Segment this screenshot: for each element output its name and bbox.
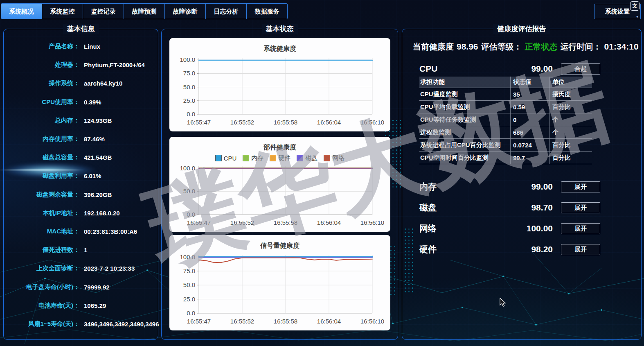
settings-label: 系统设置 [605, 8, 630, 16]
info-row: 上次全面诊断：2023-7-2 10:23:33 [4, 259, 158, 278]
info-label: 产品名称： [4, 43, 79, 50]
chart-legend: CPU内存硬件磁盘网络 [169, 153, 390, 163]
component-name: 硬件 [419, 244, 508, 255]
tab-故障诊断[interactable]: 故障诊断 [165, 4, 206, 19]
table-cell: CPU空闲时间百分比监测 [419, 152, 510, 164]
svg-text:50.0: 50.0 [183, 281, 195, 288]
info-row: CPU使用率：0.39% [4, 93, 158, 111]
svg-text:16:55:47: 16:55:47 [187, 119, 211, 126]
info-value: aarch64.ky10 [84, 80, 122, 87]
table-cell: 个 [549, 126, 592, 138]
component-row-cpu: CPU 99.00 合起 [402, 62, 641, 75]
health-summary: 当前健康度 98.96 评估等级： 正常状态 运行时间： 01:34:10 [413, 41, 635, 52]
table-cell: 摄氏度 [549, 88, 592, 100]
chart-title: 部件健康度 [169, 137, 390, 153]
legend-item-CPU: CPU [215, 155, 237, 162]
component-row-网络: 网络100.00展开 [402, 222, 641, 235]
svg-text:16:55:52: 16:55:52 [230, 318, 254, 325]
legend-item-网络: 网络 [324, 154, 345, 162]
info-value: 421.54GB [84, 154, 112, 161]
component-name: 网络 [419, 223, 508, 234]
svg-text:50.0: 50.0 [183, 188, 195, 194]
grade-label: 评估等级： [481, 41, 522, 52]
chart-title: 信号量健康度 [169, 235, 390, 251]
table-cell: 0.0724 [510, 139, 549, 151]
info-value: 0.39% [84, 99, 101, 106]
info-value: 1065.29 [84, 302, 106, 309]
info-row: 磁盘利用率：6.01% [4, 167, 158, 185]
basic-info-panel: 基本信息 产品名称：Linux处理器：Phytium,FT-2000+/64操作… [3, 29, 158, 340]
svg-text:50.0: 50.0 [183, 84, 195, 90]
translate-icon[interactable]: 文 [630, 1, 639, 11]
expand-button[interactable]: 展开 [561, 223, 600, 234]
legend-swatch [324, 155, 330, 161]
info-value: 1 [84, 246, 87, 253]
table-row: CPU平均负载监测0.59百分比 [419, 101, 592, 113]
expand-button[interactable]: 展开 [561, 244, 600, 255]
info-row: 磁盘总容量：421.54GB [4, 148, 158, 167]
info-row: 总内存：124.93GB [4, 111, 158, 130]
table-header-cell: 状态值 [510, 77, 549, 88]
tab-系统监控[interactable]: 系统监控 [42, 4, 83, 19]
uptime-label: 运行时间： [561, 41, 601, 52]
table-header-cell: 承担功能 [419, 77, 510, 88]
grade-value: 正常状态 [525, 41, 558, 52]
table-cell: 百分比 [549, 139, 592, 151]
legend-item-内存: 内存 [243, 154, 263, 162]
component-row-磁盘: 磁盘98.70展开 [402, 201, 641, 214]
tab-监控记录[interactable]: 监控记录 [83, 4, 124, 19]
info-label: 电池寿命(天)： [4, 302, 79, 310]
svg-text:16:56:04: 16:56:04 [317, 318, 341, 325]
info-label: 电子盘寿命(小时)： [4, 283, 79, 291]
svg-text:25.0: 25.0 [183, 97, 195, 104]
table-row: CPU温度监测35摄氏度 [419, 88, 592, 101]
tab-系统概况[interactable]: 系统概况 [1, 4, 42, 19]
table-row: CPU等待任务数监测0个 [419, 113, 592, 126]
svg-text:16:56:04: 16:56:04 [317, 119, 341, 126]
info-value: 192.168.0.20 [84, 210, 120, 217]
chart-card-部件健康度: 部件健康度CPU内存硬件磁盘网络16:55:4716:55:5216:55:58… [169, 137, 390, 232]
table-body: CPU温度监测35摄氏度CPU平均负载监测0.59百分比CPU等待任务数监测0个… [419, 88, 592, 164]
svg-text:100.0: 100.0 [180, 165, 195, 172]
chart-title: 系统健康度 [169, 38, 390, 54]
legend-swatch [243, 155, 249, 161]
info-label: 总内存： [4, 117, 79, 124]
svg-text:0.0: 0.0 [187, 310, 195, 317]
svg-text:100.0: 100.0 [180, 56, 195, 63]
legend-item-磁盘: 磁盘 [297, 154, 317, 162]
collapse-button[interactable]: 合起 [561, 63, 600, 75]
info-value: 87.46% [84, 136, 105, 142]
table-cell: 0 [510, 113, 549, 126]
info-row: 电子盘寿命(小时)：79999.92 [4, 278, 158, 296]
svg-text:16:56:10: 16:56:10 [360, 119, 384, 126]
table-cell: CPU平均负载监测 [419, 101, 510, 113]
info-value: 124.93GB [84, 117, 112, 124]
table-row: 系统进程占用CPU百分比监测0.0724百分比 [419, 139, 592, 152]
table-cell: 百分比 [549, 101, 592, 113]
tab-数据服务[interactable]: 数据服务 [247, 4, 287, 19]
component-name: CPU [419, 64, 508, 74]
panel-title: 基本信息 [63, 24, 99, 34]
component-score: 98.20 [508, 244, 553, 254]
info-value: 396.20GB [84, 191, 112, 198]
caret-down-icon: ▾ [636, 14, 638, 19]
svg-text:16:55:58: 16:55:58 [274, 119, 297, 126]
table-cell: CPU温度监测 [419, 88, 510, 100]
expand-button[interactable]: 展开 [561, 202, 600, 213]
component-name: 磁盘 [419, 202, 508, 213]
info-label: 磁盘利用率： [4, 172, 79, 180]
info-row: 僵死进程数：1 [4, 241, 158, 259]
info-row: 磁盘剩余容量：396.20GB [4, 185, 158, 204]
info-row: 电池寿命(天)：1065.29 [4, 296, 158, 315]
svg-text:16:55:58: 16:55:58 [274, 219, 297, 226]
info-value: 3496,3496,3492,3490,3496 [84, 321, 159, 328]
tab-故障预测[interactable]: 故障预测 [124, 4, 165, 19]
table-cell: 99.7 [510, 152, 549, 164]
info-label: MAC地址： [4, 228, 79, 235]
svg-text:75.0: 75.0 [183, 267, 195, 274]
table-cell: 个 [549, 113, 592, 126]
tab-日志分析[interactable]: 日志分析 [206, 4, 247, 19]
main-tabbar: 系统概况系统监控监控记录故障预测故障诊断日志分析数据服务 [1, 3, 288, 19]
chart-card-系统健康度: 系统健康度16:55:4716:55:5216:55:5816:56:0416:… [169, 38, 390, 131]
expand-button[interactable]: 展开 [561, 181, 600, 192]
